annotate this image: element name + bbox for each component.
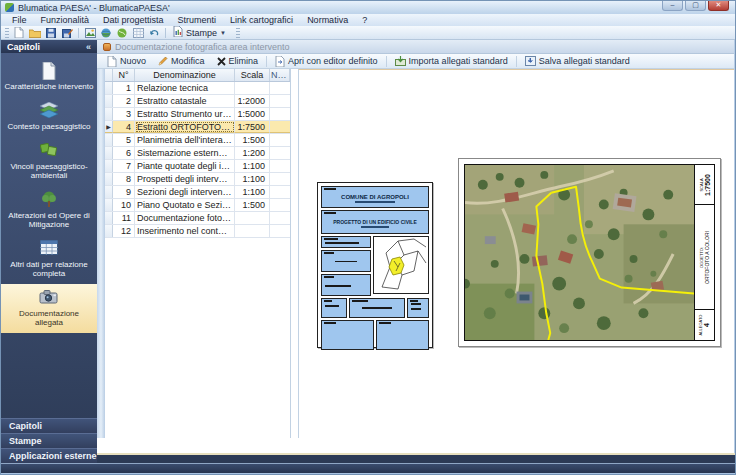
table-row[interactable]: 3Estratto Strumento urbanistico1:5000 <box>105 108 290 121</box>
table-row[interactable]: 9Sezioni degli interventi in progetto1:1… <box>105 186 290 199</box>
save-icon[interactable] <box>43 27 59 39</box>
cell-numero: 7 <box>113 160 135 172</box>
salva-allegati-standard-button[interactable]: Salva allegati standard <box>519 55 636 68</box>
elimina-button[interactable]: Elimina <box>211 55 265 68</box>
sidebar-header-label: Capitoli <box>7 42 40 52</box>
nuovo-button[interactable]: Nuovo <box>101 55 152 68</box>
left-splitter[interactable] <box>97 69 105 438</box>
cell-note <box>270 212 290 224</box>
table-row[interactable]: 8Prospetti degli interventi in progetto1… <box>105 173 290 186</box>
globe-icon[interactable] <box>98 27 114 39</box>
window-title: Blumatica PAESA' - BlumaticaPAESA' <box>18 3 170 13</box>
orthophoto-sheet: SCALA 1:7500 OGGETTO: ORTOFOTO A COLORI <box>458 158 721 347</box>
column-header-scala[interactable]: Scala <box>235 69 270 81</box>
progetto-title: PROGETTO DI UN EDIFICIO CIVILE <box>322 211 428 225</box>
cell-denominazione: Inserimento nel contesto paesaggi... <box>135 225 235 237</box>
grid-icon[interactable] <box>130 27 146 39</box>
table-row[interactable]: ▶4Estratto ORTOFOTO dell'area di in...1:… <box>105 121 290 134</box>
menu-item-file[interactable]: File <box>5 14 34 26</box>
save-standard-icon <box>525 56 536 66</box>
cell-note <box>270 225 290 237</box>
cell-denominazione: Sistemazione esterna (piante e se... <box>135 147 235 159</box>
cell-scala: 1:200 <box>235 147 270 159</box>
column-header-denominazione[interactable]: Denominazione <box>135 69 235 81</box>
menu-bar: FileFunzionalitàDati progettistaStrument… <box>1 14 736 26</box>
status-bar <box>1 463 736 473</box>
cell-denominazione: Estratto ORTOFOTO dell'area di in... <box>135 121 235 133</box>
scala-label: SCALA <box>699 174 704 196</box>
table-row[interactable]: 12Inserimento nel contesto paesaggi... <box>105 225 290 238</box>
close-button[interactable]: ✕ <box>708 1 729 11</box>
table-row[interactable]: 1Relazione tecnica <box>105 82 290 95</box>
table-row[interactable]: 11Documentazione fotografica stato... <box>105 212 290 225</box>
toolbar-overflow-grip[interactable] <box>236 28 240 38</box>
cell-scala: 1:2000 <box>235 95 270 107</box>
undo-icon[interactable] <box>146 27 162 39</box>
row-selector <box>105 108 113 120</box>
modifica-button[interactable]: Modifica <box>152 55 211 68</box>
cell-numero: 9 <box>113 186 135 198</box>
action-label: Modifica <box>171 56 205 66</box>
menu-item-help[interactable]: ? <box>355 14 374 26</box>
menu-item-normativa[interactable]: Normativa <box>300 14 355 26</box>
menu-item-link-cartografici[interactable]: Link cartografici <box>223 14 300 26</box>
progetto-box: PROGETTO DI UN EDIFICIO CIVILE <box>321 210 429 234</box>
sidebar-item-label: Documentazione allegata <box>4 309 94 327</box>
cell-numero: 10 <box>113 199 135 211</box>
action-label: Elimina <box>229 56 259 66</box>
new-file-icon[interactable] <box>11 27 27 39</box>
row-selector-header <box>105 69 113 81</box>
row-selector <box>105 134 113 146</box>
menu-item-funzionalit[interactable]: Funzionalità <box>34 14 97 26</box>
collapse-sidebar-icon[interactable]: « <box>86 42 91 52</box>
cell-scala: 1:5000 <box>235 108 270 120</box>
field-box <box>321 236 371 248</box>
menu-item-strumenti[interactable]: Strumenti <box>171 14 224 26</box>
open-folder-icon[interactable] <box>27 27 43 39</box>
content-area: Documentazione fotografica area interven… <box>97 40 734 453</box>
save-as-icon[interactable] <box>59 27 75 39</box>
open-editor-icon <box>275 56 285 67</box>
cell-denominazione: Estratto Strumento urbanistico <box>135 108 235 120</box>
sidebar-item-label: Alterazioni ed Opere di Mitigazione <box>4 211 94 229</box>
stampe-button[interactable]: Stampe ▼ <box>169 27 230 39</box>
content-header-title: Documentazione fotografica area interven… <box>115 42 290 52</box>
table-row[interactable]: 2Estratto catastale1:2000 <box>105 95 290 108</box>
table-row[interactable]: 10Piano Quotato e Sezioni terreno1:500 <box>105 199 290 212</box>
table-row[interactable]: 6Sistemazione esterna (piante e se...1:2… <box>105 147 290 160</box>
maximize-button[interactable]: ▢ <box>685 1 706 11</box>
sidebar-item-vincoli-paesaggistico-ambientali[interactable]: Vincoli paesaggistico-ambientali <box>1 137 97 186</box>
apri-con-editor-definito-button[interactable]: Apri con editor definito <box>269 55 384 68</box>
cell-note <box>270 147 290 159</box>
column-header-n[interactable]: N° <box>113 69 135 81</box>
new-file-icon <box>107 56 117 67</box>
action-toolbar: NuovoModificaEliminaApri con editor defi… <box>97 54 734 69</box>
cell-scala: 1:100 <box>235 186 270 198</box>
sidebar-item-altri-dati-per-relazione-completa[interactable]: Altri dati per relazione completa <box>1 235 97 284</box>
sidebar-item-contesto-paesaggistico[interactable]: Contesto paesaggistico <box>1 97 97 137</box>
window-controls: – ▢ ✕ <box>662 1 729 11</box>
app-icon <box>5 3 14 12</box>
location-sketch <box>373 236 429 294</box>
cell-note <box>270 134 290 146</box>
cell-numero: 6 <box>113 147 135 159</box>
sidebar-section-stampe[interactable]: Stampe <box>1 433 97 448</box>
photo-doc-icon <box>103 43 111 51</box>
importa-allegati-standard-button[interactable]: Importa allegati standard <box>389 55 514 68</box>
sidebar-item-alterazioni-ed-opere-di-mitigazione[interactable]: Alterazioni ed Opere di Mitigazione <box>1 186 97 235</box>
table-row[interactable]: 7Piante quotate degli interventi in p...… <box>105 160 290 173</box>
menu-item-dati-progettista[interactable]: Dati progettista <box>96 14 171 26</box>
sidebar-item-caratteristiche-intervento[interactable]: Caratteristiche intervento <box>1 57 97 97</box>
table-row[interactable]: 5Planimetria dell'intera area d'interv..… <box>105 134 290 147</box>
oggetto-value: ORTOFOTO A COLORI <box>704 231 710 284</box>
comune-box: COMUNE DI AGROPOLI <box>321 186 429 208</box>
cell-scala <box>235 82 270 94</box>
image-icon[interactable] <box>82 27 98 39</box>
column-header-note-de[interactable]: Note de... <box>270 69 290 81</box>
action-label: Nuovo <box>120 56 146 66</box>
sidebar-item-documentazione-allegata[interactable]: Documentazione allegata <box>1 284 97 333</box>
sidebar-section-capitoli[interactable]: Capitoli <box>1 418 97 433</box>
minimize-button[interactable]: – <box>662 1 683 11</box>
sidebar-section-applicazioni-esterne[interactable]: Applicazioni esterne <box>1 448 97 463</box>
globe2-icon[interactable] <box>114 27 130 39</box>
